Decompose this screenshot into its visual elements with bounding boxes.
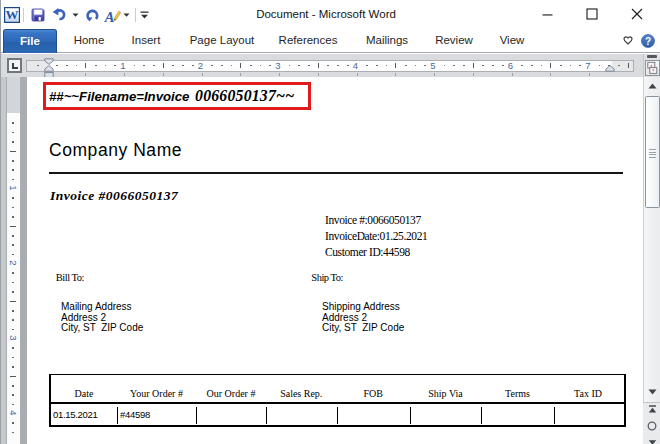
h-ruler-halfinch-tick — [240, 63, 241, 69]
v-ruler-halfinch-tick — [10, 151, 16, 152]
hanging-indent-marker[interactable] — [44, 65, 54, 72]
h-ruler-halfinch-tick — [85, 63, 86, 69]
cell-date: 01.15.2021 — [51, 407, 117, 425]
filename-marker-number: 0066050137~~ — [195, 87, 294, 105]
qat-separator-2 — [135, 8, 136, 22]
redo-icon[interactable] — [86, 8, 99, 22]
v-ruler-dot — [12, 169, 14, 171]
col-header-our-order: Our Order # — [196, 375, 266, 402]
maximize-button[interactable] — [575, 0, 609, 28]
v-ruler-dot — [12, 141, 14, 143]
ship-address-line1: Shipping Address — [322, 302, 404, 313]
previous-page-button[interactable] — [648, 405, 657, 413]
word-application-icon[interactable]: W — [4, 7, 20, 23]
first-line-indent-marker[interactable] — [44, 58, 54, 65]
invoice-number-heading: Invoice #0066050137 — [50, 188, 178, 204]
undo-icon[interactable] — [52, 7, 67, 21]
select-browse-object-button[interactable] — [647, 421, 657, 431]
minimize-button[interactable] — [530, 0, 564, 28]
v-ruler-dot — [12, 122, 14, 124]
v-ruler-number: 3 — [9, 335, 17, 340]
font-color-dropdown-icon[interactable] — [123, 13, 130, 17]
invoice-meta-date: InvoiceDate:01.25.2021 — [325, 229, 427, 245]
v-ruler-dot — [12, 291, 14, 293]
tab-review[interactable]: Review — [435, 29, 473, 52]
tab-mailings[interactable]: Mailings — [366, 29, 408, 52]
bill-address-block: Mailing Address Address 2 City, ST ZIP C… — [61, 302, 143, 334]
thumb-grip-line — [649, 154, 656, 155]
h-ruler-below-tick — [512, 73, 513, 77]
split-handle[interactable] — [647, 55, 657, 58]
tab-home[interactable]: Home — [74, 29, 105, 52]
cell-tax-id — [554, 407, 622, 425]
invoice-meta-block: Invoice #:0066050137 InvoiceDate:01.25.2… — [325, 213, 427, 260]
tab-insert[interactable]: Insert — [132, 29, 161, 52]
company-name-heading: Company Name — [49, 140, 182, 161]
undo-dropdown-icon[interactable] — [72, 13, 79, 17]
customize-qat-icon[interactable] — [140, 11, 149, 20]
v-ruler-halfinch-tick — [10, 376, 16, 377]
tab-selector-button[interactable] — [7, 58, 22, 73]
help-icon[interactable]: ? — [641, 34, 655, 48]
h-ruler-below-tick — [395, 73, 396, 77]
h-ruler-halfinch-tick — [395, 63, 396, 69]
h-ruler-below-tick — [473, 73, 474, 77]
title-bar: Document - Microsoft Word W — [1, 0, 660, 28]
tab-view[interactable]: View — [500, 29, 525, 52]
filename-marker-textbox[interactable]: ##~~Filename=Invoice 0066050137~~ — [43, 82, 311, 110]
cell-ship-via — [410, 407, 481, 425]
view-ruler-toggle[interactable] — [645, 60, 660, 76]
v-ruler-dot — [12, 385, 14, 387]
h-ruler-halfinch-tick — [473, 63, 474, 69]
h-ruler-below-tick — [589, 73, 590, 77]
h-ruler-below-tick — [163, 73, 164, 77]
invoice-table-header-row: Date Your Order # Our Order # Sales Rep.… — [51, 375, 624, 404]
next-page-button[interactable] — [648, 440, 657, 444]
thumb-grip-line — [649, 157, 656, 158]
v-ruler-dot — [12, 216, 14, 218]
tab-references[interactable]: References — [279, 29, 338, 52]
invoice-meta-number: Invoice #:0066050137 — [325, 213, 427, 229]
h-ruler-halfinch-tick — [550, 63, 551, 69]
v-ruler-halfinch-tick — [10, 301, 16, 302]
h-ruler-below-tick — [357, 73, 358, 77]
tab-file[interactable]: File — [3, 29, 57, 53]
scrollbar-thumb[interactable] — [645, 96, 660, 208]
heart-icon[interactable] — [623, 36, 633, 45]
qat-separator — [23, 8, 24, 22]
v-ruler-dot — [12, 422, 14, 424]
h-ruler-number: 3 — [275, 62, 280, 70]
scroll-down-arrow[interactable] — [648, 389, 657, 395]
h-ruler-below-tick — [318, 73, 319, 77]
tab-page-layout[interactable]: Page Layout — [190, 29, 255, 52]
h-ruler-below-tick — [124, 73, 125, 77]
horizontal-ruler[interactable] — [26, 60, 634, 72]
invoice-table: Date Your Order # Our Order # Sales Rep.… — [49, 374, 626, 427]
cell-your-order: #44598 — [117, 407, 196, 425]
h-ruler-number: 5 — [430, 62, 435, 70]
h-ruler-below-tick — [434, 73, 435, 77]
v-ruler-dot — [12, 347, 14, 349]
scroll-up-arrow[interactable] — [648, 83, 657, 89]
h-ruler-number: 1 — [120, 62, 125, 70]
cell-sales-rep — [266, 407, 337, 425]
v-ruler-dot — [12, 366, 14, 368]
filename-marker-prefix: ##~~Filename=Invoice — [49, 89, 193, 104]
h-ruler-number: 4 — [353, 62, 358, 70]
font-color-icon[interactable]: A — [104, 8, 122, 23]
v-ruler-dot — [12, 394, 14, 396]
close-button[interactable] — [620, 0, 654, 28]
h-ruler-number: 7 — [585, 62, 590, 70]
v-ruler-dot — [12, 272, 14, 274]
invoice-meta-customer: Customer ID:44598 — [325, 245, 427, 261]
bill-to-label: Bill To: — [56, 272, 84, 283]
word-logo-letter: W — [5, 7, 18, 22]
col-header-tax-id: Tax ID — [554, 375, 622, 402]
col-header-your-order: Your Order # — [117, 375, 196, 402]
col-header-fob: FOB — [337, 375, 411, 402]
v-ruler-number: 1 — [9, 185, 17, 190]
h-ruler-below-tick — [85, 73, 86, 77]
save-icon[interactable] — [31, 8, 45, 22]
col-header-ship-via: Ship Via — [410, 375, 481, 402]
h-ruler-below-tick — [240, 73, 241, 77]
